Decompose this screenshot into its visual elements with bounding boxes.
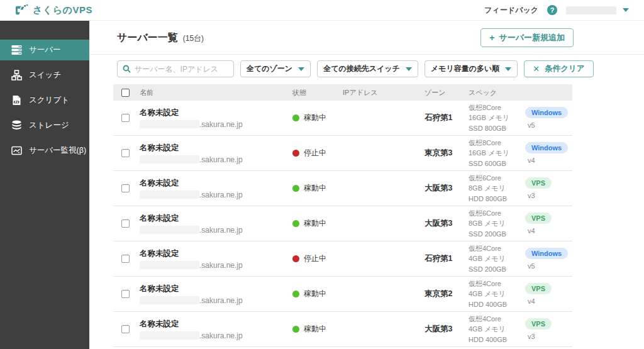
status-dot [292,114,299,121]
table-row[interactable]: 名称未設定 .sakura.ne.jp 稼動中 石狩第1 仮想8Core 16G… [113,101,572,136]
search-box[interactable] [117,60,234,77]
status-dot [292,326,299,333]
spec-cpu: 仮想4Core [469,243,525,254]
col-header-ip: IPアドレス [343,88,425,97]
zone-label: 石狩第1 [425,253,469,264]
select-all-checkbox[interactable] [121,89,130,97]
spec-memory: 16GB メモリ [469,148,525,158]
server-name: 名称未設定 [140,213,292,224]
spec-memory: 4GB メモリ [469,324,525,335]
script-icon [11,95,22,106]
spec-disk: SSD 200GB [469,264,525,275]
row-checkbox[interactable] [121,290,130,298]
status-label: 稼動中 [304,218,326,229]
chevron-down-icon [298,67,304,71]
hostname-redacted [140,155,199,163]
clear-filters-button[interactable]: ✕ 条件クリア [524,60,593,77]
zone-select[interactable]: 全てのゾーン [240,60,311,77]
table-header: 名前 状態 IPアドレス ゾーン スペック [113,84,572,101]
spec-cpu: 仮想8Core [469,138,525,148]
close-icon: ✕ [533,64,540,74]
version-label: v3 [525,333,535,340]
sidebar-item-label: サーバー監視(β) [29,145,86,156]
help-icon[interactable]: ? [547,5,557,15]
search-input[interactable] [135,65,228,74]
col-header-name: 名前 [140,88,292,97]
row-checkbox[interactable] [121,219,130,228]
row-checkbox[interactable] [121,149,130,157]
sidebar-item-label: ストレージ [29,120,69,131]
table-row[interactable]: 名称未設定 .sakura.ne.jp 稼動中 東京第2 仮想4Core 4GB… [113,277,572,312]
plan-badge: VPS [525,283,552,294]
table-row[interactable]: 名称未設定 .sakura.ne.jp 稼動中 大阪第3 仮想6Core 8GB… [113,206,572,241]
sidebar-item-switch[interactable]: スイッチ [0,65,89,86]
domain-suffix: .sakura.ne.jp [199,261,243,270]
status-cell: 稼動中 [292,183,343,194]
sakura-logo-icon [15,4,28,16]
row-checkbox[interactable] [121,255,130,263]
plan-badge: Windows [525,248,568,259]
spec-memory: 8GB メモリ [469,183,525,194]
domain-suffix: .sakura.ne.jp [199,120,243,129]
spec-cpu: 仮想6Core [469,208,525,219]
server-name: 名称未設定 [140,319,292,330]
zone-label: 大阪第3 [425,324,469,335]
col-header-spec: スペック [469,88,525,97]
chevron-down-icon [623,8,629,12]
spec-memory: 16GB メモリ [469,113,525,123]
table-row[interactable]: 名称未設定 .sakura.ne.jp 稼動中 大阪第3 仮想6Core 8GB… [113,171,572,206]
chevron-down-icon [505,67,511,71]
sidebar-item-storage[interactable]: ストレージ [0,115,89,136]
page-title: サーバー一覧 [117,31,178,45]
status-label: 稼動中 [304,289,326,299]
spec-cpu: 仮想4Core [469,279,525,289]
zone-label: 石狩第1 [425,113,469,123]
spec-memory: 4GB メモリ [469,289,525,299]
version-label: v4 [525,157,535,164]
spec-disk: HDD 800GB [469,194,525,204]
col-header-status: 状態 [292,88,343,97]
status-dot [292,291,299,297]
main-content: サーバー一覧 (15台) + サーバー新規追加 全てのゾーン 全ての接続先スイッ… [89,21,644,349]
server-name: 名称未設定 [140,143,292,153]
domain-suffix: .sakura.ne.jp [199,226,243,235]
spec-disk: SSD 200GB [469,229,525,240]
sidebar-item-server[interactable]: サーバー [0,40,89,60]
hostname-redacted [140,261,199,269]
account-menu[interactable] [566,6,629,14]
server-name: 名称未設定 [140,108,292,118]
plan-badge: VPS [525,318,552,330]
row-checkbox[interactable] [121,114,130,122]
version-label: v3 [525,192,535,199]
spec-disk: HDD 400GB [469,299,525,310]
hostname-redacted [140,331,199,340]
sidebar-item-script[interactable]: スクリプト [0,90,89,111]
table-row[interactable]: 名称未設定 .sakura.ne.jp 停止中 石狩第1 仮想4Core 4GB… [113,241,572,277]
status-label: 停止中 [304,148,326,158]
status-dot [292,185,299,192]
sidebar-item-monitoring[interactable]: サーバー監視(β) [0,140,89,161]
table-row[interactable]: 名称未設定 .sakura.ne.jp 稼動中 大阪第3 仮想4Core 4GB… [113,312,572,347]
server-table: 名前 状態 IPアドレス ゾーン スペック 名称未設定 .sakura.ne.j… [113,84,572,347]
add-server-button[interactable]: + サーバー新規追加 [480,28,574,47]
row-checkbox[interactable] [121,325,130,333]
status-cell: 稼動中 [292,324,343,335]
sidebar-item-label: スクリプト [29,95,69,106]
feedback-link[interactable]: フィードバック [484,5,538,16]
zone-label: 大阪第3 [425,218,469,229]
plan-badge: Windows [525,107,568,118]
plan-badge: VPS [525,213,552,224]
status-cell: 停止中 [292,148,343,158]
version-label: v4 [525,227,535,235]
row-checkbox[interactable] [121,184,130,192]
sort-select[interactable]: メモリ容量の多い順 [425,60,518,77]
account-name-redacted [566,6,616,14]
status-cell: 停止中 [292,253,343,264]
spec-disk: SSD 600GB [469,158,525,169]
version-label: v5 [525,121,535,129]
server-name: 名称未設定 [140,178,292,189]
table-row[interactable]: 名称未設定 .sakura.ne.jp 停止中 東京第3 仮想8Core 16G… [113,136,572,171]
switch-select[interactable]: 全ての接続先スイッチ [317,60,418,77]
app-logo[interactable]: さくらのVPS [15,4,92,16]
status-dot [292,255,299,262]
